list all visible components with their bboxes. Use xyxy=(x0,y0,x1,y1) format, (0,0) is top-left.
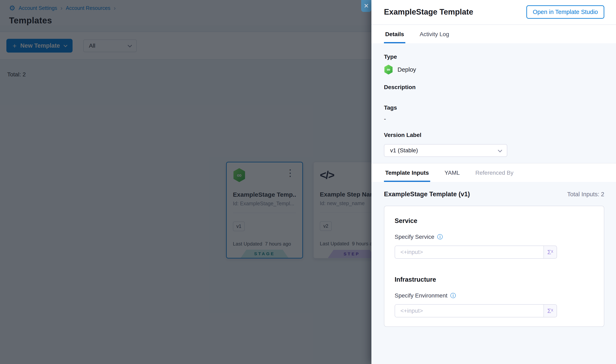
close-panel-button[interactable]: ✕ xyxy=(361,0,371,12)
infrastructure-section: Infrastructure Specify Environment ⓘ Σˣ xyxy=(395,276,594,317)
environment-input-group: Σˣ xyxy=(395,304,557,317)
svg-text:∞: ∞ xyxy=(387,67,390,72)
specify-service-label: Specify Service ⓘ xyxy=(395,234,594,240)
panel-sub-tabbar: Template Inputs YAML Referenced By xyxy=(371,163,616,182)
screen: ⚙ Account Settings › Account Resources ›… xyxy=(0,0,616,364)
panel-title: ExampleStage Template xyxy=(384,8,473,16)
specify-environment-label: Specify Environment ⓘ xyxy=(395,292,594,299)
runtime-input-type-button[interactable]: Σˣ xyxy=(544,246,557,258)
tab-yaml[interactable]: YAML xyxy=(443,163,461,182)
details-section: Type ∞ Deploy Description Tags - Version… xyxy=(371,43,616,163)
inputs-heading-row: ExampleStage Template (v1) Total Inputs:… xyxy=(384,191,604,198)
version-label: Version Label xyxy=(384,132,604,138)
panel-tabbar: Details Activity Log xyxy=(371,25,616,43)
tab-activity-log[interactable]: Activity Log xyxy=(418,25,450,43)
version-select[interactable]: v1 (Stable) xyxy=(384,144,507,157)
type-label: Type xyxy=(384,53,604,60)
tags-value: - xyxy=(384,116,604,122)
open-in-template-studio-button[interactable]: Open in Template Studio xyxy=(526,5,604,19)
description-value xyxy=(384,92,604,101)
service-section: Service Specify Service ⓘ Σˣ xyxy=(395,217,594,259)
template-details-panel: ExampleStage Template Open in Template S… xyxy=(371,0,616,364)
inputs-heading: ExampleStage Template (v1) xyxy=(384,191,470,198)
service-input[interactable] xyxy=(395,246,544,258)
panel-header: ExampleStage Template Open in Template S… xyxy=(371,0,616,25)
runtime-input-type-button[interactable]: Σˣ xyxy=(544,305,557,317)
info-icon[interactable]: ⓘ xyxy=(450,293,456,299)
service-input-group: Σˣ xyxy=(395,246,557,259)
field-label-text: Specify Environment xyxy=(395,292,448,299)
environment-input[interactable] xyxy=(395,305,544,317)
type-value: Deploy xyxy=(397,66,416,73)
service-heading: Service xyxy=(395,217,594,225)
version-select-value: v1 (Stable) xyxy=(390,147,418,154)
type-value-row: ∞ Deploy xyxy=(384,65,604,75)
chevron-down-icon xyxy=(498,148,502,152)
description-label: Description xyxy=(384,84,604,91)
tags-label: Tags xyxy=(384,104,604,111)
template-inputs-section: ExampleStage Template (v1) Total Inputs:… xyxy=(371,182,616,364)
deploy-hexagon-icon: ∞ xyxy=(384,65,393,75)
total-inputs: Total Inputs: 2 xyxy=(567,191,604,198)
tab-template-inputs[interactable]: Template Inputs xyxy=(384,163,430,182)
field-label-text: Specify Service xyxy=(395,234,434,240)
tab-referenced-by[interactable]: Referenced By xyxy=(474,163,515,182)
infrastructure-heading: Infrastructure xyxy=(395,276,594,283)
info-icon[interactable]: ⓘ xyxy=(437,234,443,240)
tab-details[interactable]: Details xyxy=(384,25,405,43)
backdrop-overlay[interactable] xyxy=(0,0,371,364)
inputs-card: Service Specify Service ⓘ Σˣ Infrastruct… xyxy=(384,206,604,327)
close-icon: ✕ xyxy=(364,3,369,9)
